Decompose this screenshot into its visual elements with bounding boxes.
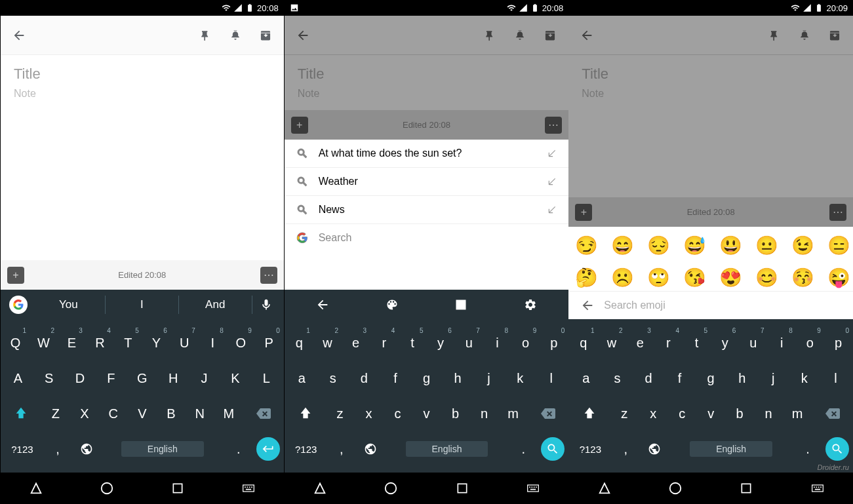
- nav-back[interactable]: [20, 481, 52, 495]
- symbols-key[interactable]: ?123: [286, 433, 327, 465]
- back-button[interactable]: [575, 24, 599, 47]
- key-i[interactable]: i8: [484, 327, 511, 359]
- insert-icon[interactable]: [547, 177, 557, 186]
- nav-back[interactable]: [304, 481, 336, 495]
- emoji[interactable]: 😘: [683, 267, 706, 288]
- key-c[interactable]: c: [100, 398, 127, 429]
- backspace-key[interactable]: [812, 398, 852, 429]
- key-x[interactable]: x: [71, 398, 98, 429]
- archive-button[interactable]: [823, 24, 846, 47]
- key-c[interactable]: c: [668, 398, 696, 429]
- emoji[interactable]: 😄: [611, 235, 634, 256]
- more-button[interactable]: ⋯: [829, 204, 846, 221]
- more-button[interactable]: ⋯: [260, 267, 277, 284]
- space-key[interactable]: English: [669, 433, 793, 465]
- key-f[interactable]: f: [382, 362, 409, 394]
- suggestion-3[interactable]: And: [179, 296, 252, 314]
- suggestion-row[interactable]: At what time does the sun set?: [285, 140, 569, 168]
- key-t[interactable]: t5: [115, 327, 142, 359]
- shift-key[interactable]: [570, 398, 609, 429]
- key-a[interactable]: a: [288, 362, 315, 394]
- backspace-key[interactable]: [528, 398, 567, 429]
- key-w[interactable]: w2: [314, 327, 341, 359]
- emoji[interactable]: 😐: [755, 235, 778, 256]
- emoji[interactable]: 😅: [683, 235, 706, 256]
- key-n[interactable]: n: [186, 398, 214, 429]
- space-key[interactable]: English: [386, 433, 509, 465]
- key-s[interactable]: s: [319, 362, 347, 394]
- reminder-button[interactable]: [793, 24, 816, 47]
- back-arrow-button[interactable]: [309, 298, 336, 312]
- key-s[interactable]: s: [35, 362, 63, 394]
- suggestion-row[interactable]: Weather: [285, 168, 569, 196]
- emoji[interactable]: 🤔: [575, 267, 598, 288]
- key-h[interactable]: h: [728, 362, 756, 394]
- key-j[interactable]: j: [759, 362, 787, 394]
- add-button[interactable]: +: [575, 204, 592, 221]
- emoji[interactable]: 😏: [575, 235, 598, 256]
- emoji[interactable]: 😑: [827, 235, 850, 256]
- shift-key[interactable]: [286, 398, 325, 429]
- nav-back[interactable]: [588, 481, 621, 495]
- emoji-search-input[interactable]: [604, 300, 841, 311]
- language-key[interactable]: [357, 433, 384, 465]
- enter-key[interactable]: [254, 433, 283, 465]
- emoji[interactable]: ☹️: [611, 267, 634, 288]
- pin-button[interactable]: [193, 24, 217, 47]
- key-j[interactable]: j: [475, 362, 503, 394]
- key-j[interactable]: j: [191, 362, 218, 394]
- key-f[interactable]: f: [666, 362, 694, 394]
- key-a[interactable]: a: [4, 362, 31, 394]
- key-s[interactable]: s: [603, 362, 631, 394]
- key-v[interactable]: v: [129, 398, 156, 429]
- key-d[interactable]: d: [635, 362, 662, 394]
- suggestion-row[interactable]: News: [285, 196, 569, 224]
- key-b[interactable]: b: [726, 398, 753, 429]
- key-v[interactable]: v: [412, 398, 440, 429]
- key-q[interactable]: q1: [286, 327, 313, 359]
- key-v[interactable]: v: [697, 398, 724, 429]
- key-q[interactable]: q1: [570, 327, 597, 359]
- period-key[interactable]: .: [509, 433, 537, 465]
- key-u[interactable]: u7: [171, 327, 198, 359]
- archive-button[interactable]: [254, 24, 277, 47]
- key-z[interactable]: z: [326, 398, 353, 429]
- mic-button[interactable]: [252, 298, 280, 311]
- key-k[interactable]: k: [506, 362, 534, 394]
- language-key[interactable]: [641, 433, 668, 465]
- key-e[interactable]: e3: [627, 327, 654, 359]
- key-y[interactable]: y6: [143, 327, 170, 359]
- add-button[interactable]: +: [291, 117, 308, 134]
- comma-key[interactable]: ,: [612, 433, 639, 465]
- nav-recent[interactable]: [446, 482, 479, 495]
- key-i[interactable]: i8: [768, 327, 795, 359]
- symbols-key[interactable]: ?123: [570, 433, 610, 465]
- key-p[interactable]: p0: [825, 327, 852, 359]
- key-c[interactable]: c: [384, 398, 411, 429]
- emoji[interactable]: 🙄: [647, 267, 670, 288]
- onehanded-button[interactable]: [447, 298, 475, 311]
- emoji[interactable]: 😔: [647, 235, 670, 256]
- theme-button[interactable]: [378, 298, 406, 311]
- key-y[interactable]: y6: [711, 327, 738, 359]
- suggestion-2[interactable]: I: [106, 296, 179, 314]
- comma-key[interactable]: ,: [328, 433, 355, 465]
- key-p[interactable]: p0: [256, 327, 283, 359]
- key-l[interactable]: l: [252, 362, 280, 394]
- insert-icon[interactable]: [547, 205, 557, 214]
- key-u[interactable]: u7: [456, 327, 483, 359]
- key-b[interactable]: b: [157, 398, 185, 429]
- key-g[interactable]: g: [697, 362, 724, 394]
- key-f[interactable]: f: [97, 362, 125, 394]
- key-n[interactable]: n: [755, 398, 782, 429]
- insert-icon[interactable]: [547, 149, 557, 158]
- space-key[interactable]: English: [102, 433, 224, 465]
- key-p[interactable]: p0: [540, 327, 567, 359]
- key-u[interactable]: u7: [740, 327, 766, 359]
- search-input-row[interactable]: Search: [285, 224, 569, 252]
- period-key[interactable]: .: [794, 433, 822, 465]
- add-button[interactable]: +: [7, 267, 24, 284]
- google-button[interactable]: [5, 296, 32, 314]
- nav-home[interactable]: [659, 481, 692, 495]
- key-g[interactable]: g: [129, 362, 156, 394]
